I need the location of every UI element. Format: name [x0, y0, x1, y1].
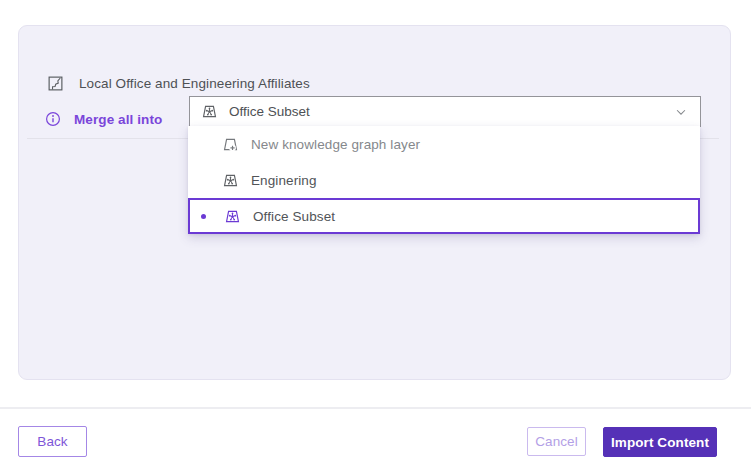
- select-current-value: Office Subset: [229, 104, 674, 119]
- import-dialog: { "panel": { "item": { "label": "Local O…: [0, 0, 751, 470]
- menu-item-office-subset[interactable]: Office Subset: [188, 198, 700, 234]
- content-item-label: Local Office and Engineering Affiliates: [79, 76, 310, 91]
- merge-row: Merge all into: [45, 111, 162, 127]
- menu-item-label: Office Subset: [253, 209, 335, 224]
- menu-item-enginering[interactable]: Enginering: [188, 162, 700, 198]
- cancel-button-label: Cancel: [535, 434, 578, 449]
- back-button[interactable]: Back: [18, 426, 87, 457]
- selected-item-bullet: [201, 214, 206, 219]
- knowledge-graph-layer-icon: [201, 103, 218, 120]
- content-item-map-area-icon: [47, 75, 64, 92]
- back-button-label: Back: [37, 434, 67, 449]
- knowledge-graph-layer-icon: [224, 208, 241, 225]
- new-knowledge-graph-layer-icon: [222, 136, 239, 153]
- merge-all-into-label: Merge all into: [74, 112, 162, 127]
- chevron-down-icon: [674, 105, 688, 119]
- knowledge-graph-layer-icon: [222, 172, 239, 189]
- menu-item-new-knowledge-graph-layer[interactable]: New knowledge graph layer: [188, 126, 700, 162]
- import-content-button-label: Import Content: [611, 435, 709, 450]
- merge-target-dropdown-menu: New knowledge graph layer Enginering: [188, 126, 700, 234]
- info-icon: [45, 111, 61, 127]
- menu-item-label: New knowledge graph layer: [251, 137, 420, 152]
- menu-item-label: Enginering: [251, 173, 317, 188]
- cancel-button[interactable]: Cancel: [527, 427, 586, 456]
- footer-divider: [0, 407, 751, 409]
- import-content-button[interactable]: Import Content: [603, 427, 717, 457]
- merge-target-select[interactable]: Office Subset: [189, 96, 701, 127]
- content-item-row: Local Office and Engineering Affiliates: [47, 74, 310, 92]
